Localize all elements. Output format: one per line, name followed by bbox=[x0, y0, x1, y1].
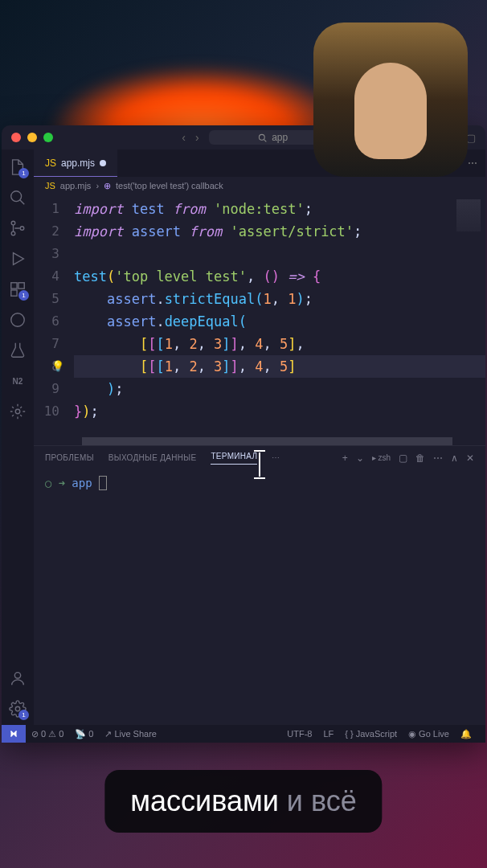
activity-bar: 1 1 N2 bbox=[2, 149, 34, 725]
svg-point-2 bbox=[11, 191, 22, 202]
explorer-icon[interactable]: 1 bbox=[8, 158, 27, 177]
video-subtitle: массивами и всё bbox=[104, 770, 382, 833]
nav-back-icon[interactable]: ‹ bbox=[182, 131, 186, 144]
status-golive[interactable]: ◉ Go Live bbox=[403, 729, 455, 739]
breadcrumb-file: app.mjs bbox=[60, 181, 92, 190]
debug-icon[interactable] bbox=[8, 249, 27, 268]
horizontal-scrollbar[interactable] bbox=[34, 437, 485, 445]
search-sidebar-icon[interactable] bbox=[8, 188, 27, 207]
search-placeholder: app bbox=[272, 132, 288, 143]
js-file-icon: JS bbox=[45, 181, 55, 190]
vscode-window: ‹ › app ▢ 1 1 bbox=[2, 125, 485, 743]
account-icon[interactable] bbox=[8, 669, 27, 688]
more-terminal-icon[interactable]: ⋯ bbox=[433, 452, 443, 464]
error-icon: ⊘ bbox=[31, 729, 39, 739]
svg-line-1 bbox=[264, 139, 267, 141]
svg-rect-8 bbox=[18, 283, 24, 289]
modified-indicator bbox=[100, 160, 106, 166]
text-cursor-icon bbox=[251, 450, 268, 479]
tab-app-mjs[interactable]: JS app.mjs bbox=[34, 149, 117, 177]
status-ports[interactable]: 📡0 bbox=[69, 729, 99, 739]
chevron-right-icon: › bbox=[96, 181, 99, 190]
new-terminal-icon[interactable]: + bbox=[342, 452, 348, 464]
terminal-cursor bbox=[99, 476, 107, 490]
extensions-badge: 1 bbox=[18, 290, 29, 301]
breadcrumb[interactable]: JS app.mjs › ⊕ test('top level test') ca… bbox=[34, 177, 485, 194]
explorer-badge: 1 bbox=[18, 168, 29, 178]
search-icon bbox=[258, 133, 267, 142]
code-editor[interactable]: 1 2 3 4 5 6 7 8 9 10 import test from 'n… bbox=[34, 194, 485, 437]
minimap[interactable] bbox=[456, 199, 481, 231]
warning-icon: ⚠ bbox=[48, 729, 56, 739]
terminal-cwd: app bbox=[72, 477, 92, 489]
status-errors[interactable]: ⊘0 ⚠0 bbox=[26, 729, 69, 739]
split-terminal-icon[interactable]: ▢ bbox=[399, 452, 407, 464]
svg-point-6 bbox=[20, 227, 24, 231]
gear-icon-top[interactable] bbox=[8, 402, 27, 421]
maximize-window-button[interactable] bbox=[43, 133, 53, 142]
liveshare-icon: ↗ bbox=[104, 729, 112, 739]
source-control-icon[interactable] bbox=[8, 219, 27, 238]
svg-point-5 bbox=[11, 231, 15, 235]
subtitle-word-2: и всё bbox=[287, 784, 357, 817]
terminal-dropdown-icon[interactable]: ⌄ bbox=[356, 452, 364, 464]
status-liveshare[interactable]: ↗Live Share bbox=[99, 729, 162, 739]
maximize-panel-icon[interactable]: ∧ bbox=[451, 452, 458, 464]
tab-output[interactable]: ВЫХОДНЫЕ ДАННЫЕ bbox=[108, 453, 197, 462]
status-bar: ⊘0 ⚠0 📡0 ↗Live Share UTF-8 LF { } JavaSc… bbox=[2, 725, 485, 743]
nav-forward-icon[interactable]: › bbox=[195, 131, 199, 144]
svg-rect-7 bbox=[11, 283, 17, 289]
svg-point-12 bbox=[14, 673, 20, 678]
svg-line-3 bbox=[20, 200, 25, 205]
terminal[interactable]: ○ ➜ app bbox=[34, 469, 485, 725]
minimize-window-button[interactable] bbox=[27, 133, 37, 142]
svg-rect-9 bbox=[11, 290, 17, 296]
svg-point-10 bbox=[11, 313, 25, 327]
github-icon[interactable] bbox=[8, 310, 27, 330]
lightbulb-icon[interactable]: 💡 bbox=[51, 355, 64, 378]
settings-badge: 1 bbox=[18, 710, 29, 720]
webcam-overlay bbox=[313, 23, 468, 177]
breadcrumb-symbol: test('top level test') callback bbox=[116, 181, 223, 190]
status-bell-icon[interactable]: 🔔 bbox=[455, 729, 477, 739]
svg-point-11 bbox=[15, 409, 20, 414]
delete-terminal-icon[interactable]: 🗑 bbox=[415, 452, 425, 464]
method-icon: ⊕ bbox=[104, 181, 111, 191]
svg-point-4 bbox=[11, 221, 15, 225]
wallaby-icon[interactable]: N2 bbox=[8, 371, 27, 391]
js-file-icon: JS bbox=[45, 158, 56, 169]
tab-label: app.mjs bbox=[61, 158, 95, 169]
remote-indicator[interactable] bbox=[2, 725, 26, 743]
line-numbers: 1 2 3 4 5 6 7 8 9 10 bbox=[34, 194, 74, 437]
close-window-button[interactable] bbox=[11, 133, 21, 142]
close-panel-icon[interactable]: ✕ bbox=[466, 452, 474, 464]
more-panels-icon[interactable]: ⋯ bbox=[272, 453, 280, 462]
extensions-icon[interactable]: 1 bbox=[8, 280, 27, 299]
more-actions-icon[interactable]: ⋯ bbox=[468, 158, 477, 169]
prompt-indicator: ○ ➜ bbox=[45, 477, 65, 489]
svg-point-0 bbox=[260, 134, 265, 140]
settings-gear-icon[interactable]: 1 bbox=[8, 699, 27, 719]
code-content[interactable]: import test from 'node:test'; import ass… bbox=[74, 194, 485, 437]
broadcast-icon: ◉ bbox=[408, 729, 416, 739]
subtitle-word-1: массивами bbox=[130, 784, 278, 817]
antenna-icon: 📡 bbox=[75, 729, 86, 739]
tab-problems[interactable]: ПРОБЛЕМЫ bbox=[45, 453, 94, 462]
test-icon[interactable] bbox=[8, 341, 27, 360]
status-language[interactable]: { } JavaScript bbox=[339, 729, 403, 739]
shell-chip[interactable]: ▸ zsh bbox=[372, 453, 391, 462]
status-eol[interactable]: LF bbox=[317, 729, 339, 739]
status-encoding[interactable]: UTF-8 bbox=[281, 729, 317, 739]
